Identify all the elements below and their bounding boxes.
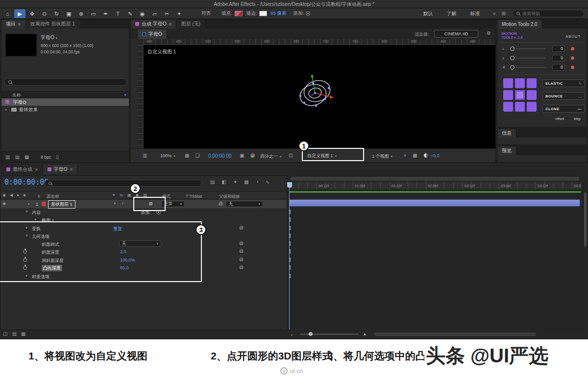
prop-row-ellipse[interactable]: ▸ 椭圆 1	[0, 216, 288, 224]
time-ruler[interactable]: 00:12f01:00f01:12f02:00f02:12f03:00f03:1…	[289, 182, 581, 190]
lock-column-icon[interactable]: ◈	[23, 193, 26, 197]
pickwhip-icon[interactable]	[218, 201, 223, 207]
hand-tool[interactable]: ✥	[26, 9, 38, 18]
tab-info[interactable]: 信息	[497, 129, 516, 138]
twirl-icon[interactable]: ▾	[26, 234, 28, 238]
puppet-pin-tool[interactable]: ✦	[173, 9, 185, 18]
twirl-icon[interactable]: ▸	[35, 217, 37, 221]
transparency-grid-icon[interactable]: ▩	[413, 153, 417, 158]
keyframe-dot-icon[interactable]	[571, 66, 574, 69]
pan-behind-tool[interactable]: ⊕	[75, 9, 87, 18]
motion-blur-switch-icon[interactable]: ◉	[136, 193, 139, 197]
audio-column-icon[interactable]: ◀	[10, 193, 13, 197]
renderer-settings-icon[interactable]: ⚙	[487, 31, 491, 36]
slider-knob[interactable]	[510, 65, 514, 70]
nav-thumb[interactable]	[290, 177, 579, 181]
twirl-icon[interactable]: ▾	[28, 202, 30, 206]
add-shape-icon[interactable]	[306, 11, 310, 16]
keyframe-dot-icon[interactable]	[571, 47, 574, 50]
layer-duration-bar[interactable]	[289, 199, 580, 207]
bevel-depth-value[interactable]: 2.0	[120, 249, 126, 254]
twirl-icon[interactable]: ▸	[26, 226, 28, 230]
pickwhip-icon[interactable]	[239, 265, 244, 270]
region-of-interest-icon[interactable]: ⊡	[289, 153, 293, 158]
mask-visibility-icon[interactable]: ❏	[195, 153, 199, 158]
grid-guides-icon[interactable]: ▦	[185, 153, 189, 158]
comp-3d-object[interactable]	[289, 67, 343, 121]
eye-column-icon[interactable]: ◉	[2, 193, 6, 197]
bevel-style-dropdown[interactable]: 无	[119, 240, 161, 247]
new-folder-icon[interactable]: ▤	[15, 155, 19, 160]
slider-value[interactable]: 0	[552, 55, 565, 61]
clone-button[interactable]: CLONE•••	[542, 105, 585, 113]
prop-row-geometry-options[interactable]: ▾ 几何选项	[0, 232, 288, 240]
layer-name[interactable]: 形状图层 1	[48, 200, 75, 209]
prop-row-hole-bevel-depth[interactable]: 洞斜面深度 100.0%	[0, 256, 288, 264]
elastic-button[interactable]: ELASTIC∿	[542, 79, 585, 87]
3d-switch-icon[interactable]: ▧	[149, 202, 153, 206]
keyframe-dot-icon[interactable]	[571, 56, 574, 60]
fill-swatch[interactable]	[235, 11, 243, 16]
prop-row-bevel-depth[interactable]: 斜面深度 2.0	[0, 248, 288, 256]
tab-project[interactable]: 项目	[1, 20, 26, 28]
playhead-handle[interactable]	[287, 182, 292, 188]
prop-row-extrusion-depth[interactable]: 凸出深度 65.0	[0, 264, 288, 272]
panel-menu-icon[interactable]	[169, 22, 172, 27]
scrollbar-thumb[interactable]	[584, 192, 587, 246]
slider-knob[interactable]	[510, 56, 514, 60]
slider-value[interactable]: 0	[552, 46, 565, 52]
tab-composition[interactable]: 合成 字母O	[131, 20, 176, 28]
mode-column[interactable]: 模式	[162, 194, 171, 200]
stroke-swatch[interactable]	[259, 11, 267, 16]
stopwatch-icon[interactable]	[23, 250, 27, 254]
comp-subtab[interactable]: 字母O	[138, 29, 167, 39]
frame-blending-icon[interactable]: ▦	[244, 180, 248, 185]
stopwatch-icon[interactable]	[23, 266, 27, 270]
eye-icon[interactable]: ◉	[2, 202, 6, 206]
twirl-icon[interactable]: ▸	[5, 108, 7, 112]
type-tool[interactable]: T	[112, 9, 123, 18]
name-column-header[interactable]: 名称	[12, 93, 21, 98]
slider-arrow-icon[interactable]: ›	[502, 55, 504, 61]
project-list-header[interactable]: 名称 ▲	[1, 91, 129, 98]
scroll-up-icon[interactable]: ▲	[123, 93, 127, 96]
stroke-width-value[interactable]: 65 像素	[270, 10, 286, 17]
composition-view[interactable]: 自定义视图 1	[144, 45, 495, 148]
slider-knob[interactable]	[510, 47, 514, 51]
source-name-column[interactable]: 源名称	[47, 194, 59, 200]
brush-tool[interactable]: ✎	[124, 9, 136, 18]
renderer-button[interactable]: CINEMA 4D	[434, 30, 478, 38]
quality-switch-icon[interactable]: ✦	[113, 202, 117, 206]
help-search[interactable]	[513, 10, 584, 17]
stopwatch-icon[interactable]	[23, 258, 27, 262]
help-search-input[interactable]	[522, 11, 580, 16]
blend-mode-dropdown[interactable]: 正常	[161, 201, 185, 207]
motion-slider-row-3[interactable]: × 0	[501, 64, 585, 71]
clone-stamp-tool[interactable]: ◉	[137, 9, 148, 18]
tab-letter-o[interactable]: 字母O	[43, 165, 78, 174]
preset-grid[interactable]	[503, 78, 538, 112]
zoom-tool[interactable]: ⊙	[39, 9, 50, 18]
graph-editor-icon[interactable]: ∿	[266, 180, 270, 185]
playhead-line[interactable]	[289, 188, 290, 330]
expand-layer-switches-icon[interactable]: ◫	[3, 332, 7, 336]
vertical-scrollbar[interactable]	[584, 192, 587, 329]
new-composition-icon[interactable]: ▦	[24, 155, 29, 160]
tab-final-comp[interactable]: 最终合成	[2, 165, 43, 174]
slider-arrow-icon[interactable]: ×	[502, 64, 505, 70]
timeline-search[interactable]	[45, 180, 201, 187]
quality-switch-icon[interactable]: ✦	[112, 193, 116, 197]
pickwhip-icon[interactable]	[239, 241, 244, 246]
reset-link[interactable]: 重置	[113, 226, 122, 232]
3d-switch-icon[interactable]: ▧	[143, 193, 147, 197]
layer-color-chip[interactable]	[42, 202, 46, 206]
viewer-timecode[interactable]: 0:00:00:00	[208, 153, 231, 159]
about-button[interactable]: ABOUT	[565, 34, 581, 39]
tab-effect-controls[interactable]: 效果控件 形状图层 1	[26, 20, 80, 28]
solo-column-icon[interactable]: ●	[17, 193, 19, 197]
prop-row-bevel-style[interactable]: 斜面样式 无	[0, 240, 288, 248]
horizontal-scrollbar[interactable]	[374, 332, 536, 336]
roto-brush-tool[interactable]: ✂	[161, 9, 172, 18]
trkmat-column[interactable]: T TrkMat	[186, 194, 202, 199]
step-label[interactable]: step	[574, 117, 581, 121]
